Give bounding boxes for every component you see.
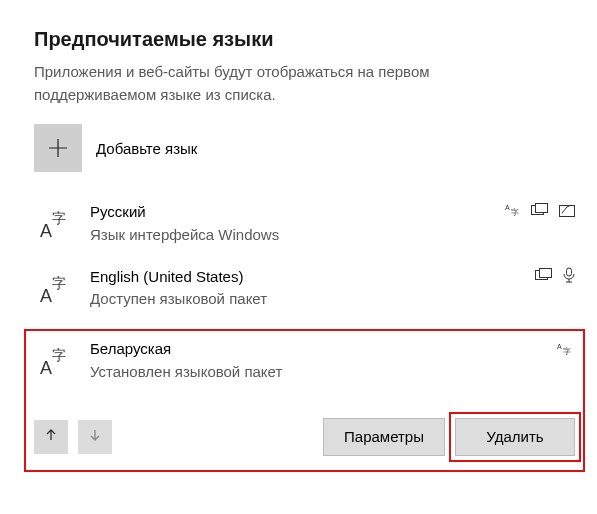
display-language-icon: A字 bbox=[505, 202, 521, 218]
move-down-button[interactable] bbox=[78, 420, 112, 454]
language-glyph-icon: 字A bbox=[36, 204, 76, 244]
section-description: Приложения и веб-сайты будут отображатьс… bbox=[34, 61, 554, 106]
svg-text:A: A bbox=[40, 358, 52, 378]
arrow-up-icon bbox=[44, 428, 58, 445]
keyboard-icon bbox=[531, 203, 549, 217]
svg-rect-9 bbox=[567, 268, 572, 276]
svg-text:字: 字 bbox=[563, 347, 571, 356]
add-language-label: Добавьте язык bbox=[96, 140, 197, 157]
svg-rect-3 bbox=[536, 204, 548, 213]
language-glyph-icon: 字A bbox=[36, 341, 76, 381]
language-item-belarusian-selected: A字 字A Беларуская Установлен языковой пак… bbox=[24, 329, 585, 472]
arrow-down-icon bbox=[88, 428, 102, 445]
language-item-english[interactable]: 字A English (United States) Доступен язык… bbox=[34, 265, 581, 312]
svg-rect-8 bbox=[540, 268, 552, 277]
svg-text:字: 字 bbox=[511, 208, 519, 217]
plus-icon bbox=[34, 124, 82, 172]
language-name: Беларуская bbox=[90, 339, 575, 359]
svg-text:A: A bbox=[40, 221, 52, 241]
language-name: English (United States) bbox=[90, 267, 579, 287]
language-item-belarusian[interactable]: A字 字A Беларуская Установлен языковой пак… bbox=[34, 339, 575, 382]
language-glyph-icon: 字A bbox=[36, 269, 76, 309]
language-subtitle: Язык интерфейса Windows bbox=[90, 224, 579, 245]
move-up-button[interactable] bbox=[34, 420, 68, 454]
language-subtitle: Доступен языковой пакет bbox=[90, 288, 579, 309]
svg-text:字: 字 bbox=[52, 347, 66, 363]
language-item-russian[interactable]: A字 字A Русский Язык интерфейса Windows bbox=[34, 200, 581, 247]
handwriting-icon bbox=[559, 203, 575, 217]
language-subtitle: Установлен языковой пакет bbox=[90, 361, 575, 382]
add-language-button[interactable]: Добавьте язык bbox=[34, 124, 581, 172]
svg-text:字: 字 bbox=[52, 210, 66, 226]
speech-icon bbox=[563, 267, 575, 283]
svg-text:字: 字 bbox=[52, 275, 66, 291]
svg-text:A: A bbox=[557, 343, 562, 350]
language-list: A字 字A Русский Язык интерфейса Windows bbox=[34, 200, 581, 472]
options-button[interactable]: Параметры bbox=[323, 418, 445, 456]
keyboard-icon bbox=[535, 268, 553, 282]
display-language-icon: A字 bbox=[557, 341, 573, 357]
remove-button[interactable]: Удалить bbox=[455, 418, 575, 456]
svg-text:A: A bbox=[505, 204, 510, 211]
svg-text:A: A bbox=[40, 286, 52, 306]
section-title: Предпочитаемые языки bbox=[34, 28, 581, 51]
